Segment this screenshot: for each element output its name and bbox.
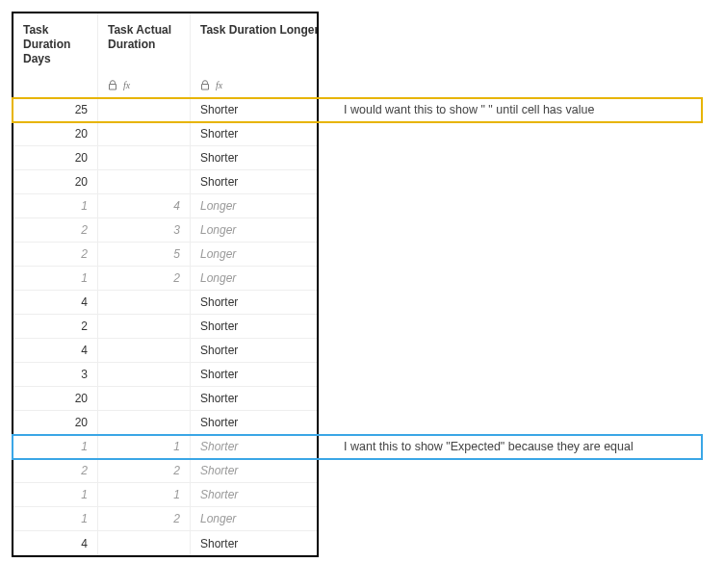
table-row[interactable]: 20Shorter	[13, 146, 317, 170]
table-header: Task Duration Days Task Actual Duration …	[13, 13, 317, 98]
cell-duration-days[interactable]: 20	[13, 411, 98, 434]
column-header-actual-duration[interactable]: Task Actual Duration fx	[98, 13, 191, 97]
cell-actual-duration[interactable]	[98, 363, 191, 386]
cell-longer-shorter[interactable]: Shorter	[191, 531, 317, 555]
cell-longer-shorter[interactable]: Shorter	[191, 291, 317, 314]
cell-longer-shorter[interactable]: Shorter	[191, 483, 317, 506]
annotation-text-blue: I want this to show "Expected" because t…	[344, 440, 634, 453]
cell-longer-shorter[interactable]: Longer	[191, 194, 317, 217]
cell-longer-shorter[interactable]: Longer	[191, 218, 317, 242]
table-row[interactable]: 14Longer	[13, 194, 317, 218]
cell-duration-days[interactable]: 1	[13, 507, 98, 530]
annotation-text-yellow: I would want this to show " " until cell…	[344, 103, 594, 116]
cell-longer-shorter[interactable]: Shorter	[191, 315, 317, 338]
column-header-duration-days[interactable]: Task Duration Days	[13, 13, 98, 97]
column-header-longer-shorter[interactable]: Task Duration Longer or Shorter fx	[191, 13, 317, 97]
cell-longer-shorter[interactable]: Longer	[191, 267, 317, 290]
cell-duration-days[interactable]: 4	[13, 531, 98, 555]
lock-icon	[108, 80, 117, 90]
cell-longer-shorter[interactable]: Shorter	[191, 122, 317, 145]
cell-actual-duration[interactable]: 2	[98, 507, 191, 530]
table-row[interactable]: 4Shorter	[13, 291, 317, 315]
cell-actual-duration[interactable]	[98, 411, 191, 434]
table-row[interactable]: 20Shorter	[13, 411, 317, 435]
lock-icon	[200, 80, 210, 90]
table-row[interactable]: 11Shorter	[13, 483, 317, 507]
cell-duration-days[interactable]: 1	[13, 267, 98, 290]
cell-longer-shorter[interactable]: Shorter	[191, 339, 317, 362]
cell-duration-days[interactable]: 2	[13, 243, 98, 266]
cell-duration-days[interactable]: 20	[13, 146, 98, 169]
table-row[interactable]: 12Longer	[13, 267, 317, 291]
cell-longer-shorter[interactable]: Shorter	[191, 170, 317, 193]
cell-actual-duration[interactable]	[98, 170, 191, 193]
cell-actual-duration[interactable]	[98, 291, 191, 314]
cell-duration-days[interactable]: 20	[13, 170, 98, 193]
table-row[interactable]: 25Longer	[13, 243, 317, 267]
data-table: Task Duration Days Task Actual Duration …	[12, 12, 319, 557]
cell-duration-days[interactable]: 2	[13, 218, 98, 242]
table-body: 25Shorter20Shorter20Shorter20Shorter14Lo…	[13, 98, 317, 555]
table-row[interactable]: 2Shorter	[13, 315, 317, 339]
cell-duration-days[interactable]: 1	[13, 194, 98, 217]
cell-duration-days[interactable]: 20	[13, 387, 98, 410]
cell-duration-days[interactable]: 1	[13, 483, 98, 506]
cell-duration-days[interactable]: 4	[13, 339, 98, 362]
formula-icon: fx	[216, 80, 227, 90]
cell-actual-duration[interactable]	[98, 122, 191, 145]
table-row[interactable]: 4Shorter	[13, 339, 317, 363]
cell-duration-days[interactable]: 3	[13, 363, 98, 386]
cell-longer-shorter[interactable]: Shorter	[191, 146, 317, 169]
cell-actual-duration[interactable]: 1	[98, 483, 191, 506]
cell-actual-duration[interactable]	[98, 387, 191, 410]
cell-actual-duration[interactable]: 5	[98, 243, 191, 266]
table-row[interactable]: 4Shorter	[13, 531, 317, 555]
table-row[interactable]: 20Shorter	[13, 387, 317, 411]
cell-duration-days[interactable]: 20	[13, 122, 98, 145]
table-row[interactable]: 20Shorter	[13, 170, 317, 194]
cell-actual-duration[interactable]: 2	[98, 459, 191, 482]
cell-actual-duration[interactable]	[98, 339, 191, 362]
cell-actual-duration[interactable]: 4	[98, 194, 191, 217]
column-header-label: Task Actual Duration	[108, 23, 180, 52]
column-header-label: Task Duration Longer or Shorter	[200, 23, 307, 38]
column-header-label: Task Duration Days	[23, 23, 88, 66]
table-row[interactable]: 22Shorter	[13, 459, 317, 483]
cell-duration-days[interactable]: 4	[13, 291, 98, 314]
cell-actual-duration[interactable]: 2	[98, 267, 191, 290]
cell-actual-duration[interactable]	[98, 315, 191, 338]
table-row[interactable]: 12Longer	[13, 507, 317, 531]
table-row[interactable]: 3Shorter	[13, 363, 317, 387]
cell-longer-shorter[interactable]: Shorter	[191, 387, 317, 410]
cell-actual-duration[interactable]	[98, 146, 191, 169]
cell-longer-shorter[interactable]: Shorter	[191, 411, 317, 434]
table-row[interactable]: 23Longer	[13, 218, 317, 243]
cell-longer-shorter[interactable]: Shorter	[191, 459, 317, 482]
cell-duration-days[interactable]: 2	[13, 459, 98, 482]
cell-longer-shorter[interactable]: Longer	[191, 243, 317, 266]
cell-longer-shorter[interactable]: Shorter	[191, 363, 317, 386]
formula-icon: fx	[123, 80, 135, 90]
table-row[interactable]: 20Shorter	[13, 122, 317, 146]
svg-text:fx: fx	[216, 80, 223, 90]
cell-actual-duration[interactable]: 3	[98, 218, 191, 242]
cell-longer-shorter[interactable]: Longer	[191, 507, 317, 530]
cell-duration-days[interactable]: 2	[13, 315, 98, 338]
svg-text:fx: fx	[123, 80, 131, 90]
cell-actual-duration[interactable]	[98, 531, 191, 555]
